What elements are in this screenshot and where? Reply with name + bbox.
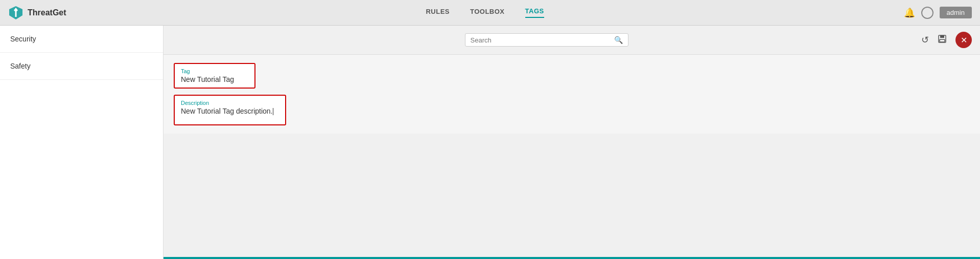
main-nav: RULES TOOLBOX TAGS [66, 7, 904, 18]
save-button[interactable] [937, 34, 947, 47]
logo-area: ThreatGet [8, 5, 66, 20]
sidebar-item-safety[interactable]: Safety [0, 53, 163, 80]
content-area: Security Safety 🔍 ↺ [0, 26, 980, 259]
tag-field-box: Tag New Tutorial Tag [174, 63, 255, 89]
search-icon: 🔍 [614, 36, 623, 44]
sidebar: Security Safety [0, 26, 164, 259]
notification-icon[interactable]: 🔔 [904, 7, 915, 18]
search-container: 🔍 [465, 33, 628, 47]
app-title: ThreatGet [28, 8, 66, 17]
user-avatar-icon [921, 7, 934, 19]
tag-value[interactable]: New Tutorial Tag [181, 75, 248, 83]
description-value[interactable]: New Tutorial Tag description. [181, 107, 279, 115]
save-icon [937, 34, 947, 44]
logo-icon [8, 5, 24, 20]
description-label: Description [181, 100, 279, 106]
refresh-button[interactable]: ↺ [921, 34, 929, 46]
form-area: Tag New Tutorial Tag Description New Tut… [164, 55, 980, 259]
nav-rules[interactable]: RULES [426, 8, 450, 17]
svg-rect-4 [940, 35, 944, 38]
admin-button[interactable]: admin [940, 7, 972, 18]
form-content: Tag New Tutorial Tag Description New Tut… [164, 55, 980, 134]
sidebar-item-security[interactable]: Security [0, 26, 163, 53]
bottom-accent-bar [164, 257, 980, 259]
main-panel: 🔍 ↺ ✕ Tag Ne [164, 26, 980, 259]
text-cursor [273, 108, 273, 115]
header-right: 🔔 admin [904, 7, 972, 19]
svg-rect-5 [940, 39, 945, 42]
tag-label: Tag [181, 68, 248, 74]
svg-rect-2 [15, 12, 17, 17]
nav-tags[interactable]: TAGS [525, 7, 544, 18]
header: ThreatGet RULES TOOLBOX TAGS 🔔 admin [0, 0, 980, 26]
close-button[interactable]: ✕ [955, 32, 972, 48]
description-field-box: Description New Tutorial Tag description… [174, 95, 286, 125]
search-bar: 🔍 ↺ ✕ [164, 26, 980, 55]
nav-toolbox[interactable]: TOOLBOX [470, 8, 505, 17]
toolbar-right: ↺ ✕ [921, 32, 972, 48]
search-input[interactable] [471, 36, 610, 44]
